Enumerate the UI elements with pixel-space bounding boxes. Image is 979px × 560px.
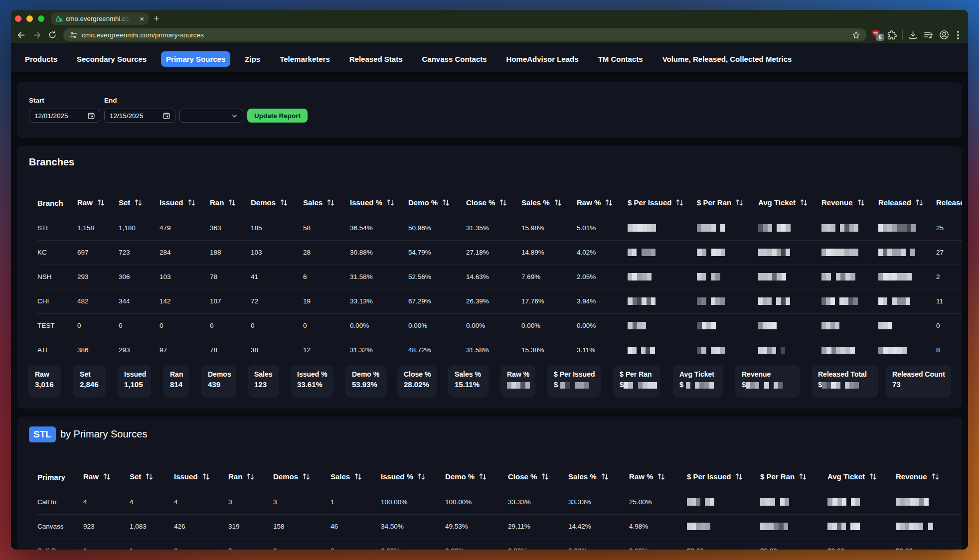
svg-text:5: 5 [879, 34, 882, 40]
